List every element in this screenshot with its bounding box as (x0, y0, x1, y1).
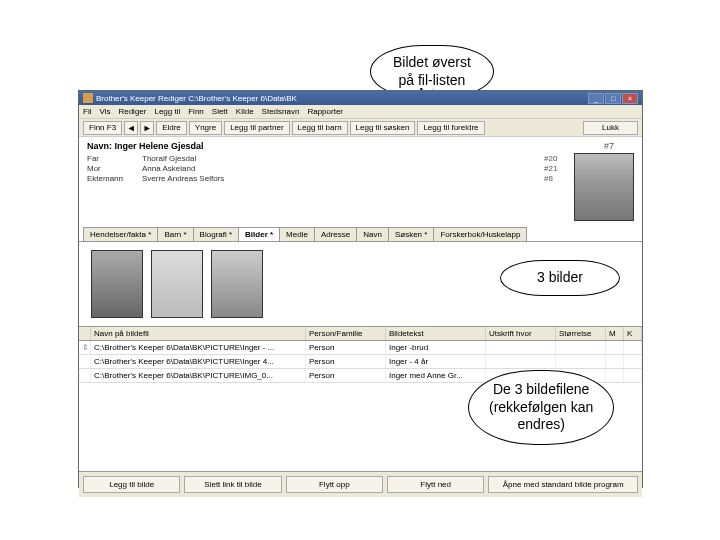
portrait-image[interactable] (574, 153, 634, 221)
find-button[interactable]: Finn F3 (83, 121, 122, 135)
lukk-button[interactable]: Lukk (583, 121, 638, 135)
eldre-button[interactable]: Eldre (156, 121, 187, 135)
thumbnail-3[interactable] (211, 250, 263, 318)
file-table-header: Navn på bildefil Person/Familie Bildetek… (79, 326, 642, 341)
flytt-ned-button[interactable]: Flytt ned (387, 476, 484, 493)
drag-handle-icon[interactable]: ⇕ (79, 341, 91, 354)
file-row-2[interactable]: C:\Brother's Keeper 6\Data\BK\PICTURE\In… (79, 355, 642, 369)
tabs: Hendelser/fakta * Barn * Biografi * Bild… (79, 227, 642, 242)
name-label: Navn: (87, 141, 112, 151)
minimize-button[interactable]: _ (588, 93, 604, 104)
slett-link-button[interactable]: Slett link til bilde (184, 476, 281, 493)
col-navn[interactable]: Navn på bildefil (91, 327, 306, 340)
bottom-toolbar: Legg til bilde Slett link til bilde Flyt… (79, 471, 642, 497)
info-section: Navn: Inger Helene Gjesdal Far Thoralf G… (79, 137, 642, 225)
col-k[interactable]: K (624, 327, 642, 340)
col-m[interactable]: M (606, 327, 624, 340)
menu-finn[interactable]: Finn (188, 107, 204, 116)
col-str[interactable]: Størrelse (556, 327, 606, 340)
menu-rediger[interactable]: Rediger (118, 107, 146, 116)
tab-forskerbok[interactable]: Forskerbok/Huskelapp (433, 227, 527, 241)
file-row-1[interactable]: ⇕ C:\Brother's Keeper 6\Data\BK\PICTURE\… (79, 341, 642, 355)
menu-slett[interactable]: Slett (212, 107, 228, 116)
drag-handle-icon[interactable] (79, 369, 91, 382)
app-icon (83, 93, 93, 103)
legg-partner-button[interactable]: Legg til partner (224, 121, 289, 135)
titlebar-text: Brother's Keeper Rediger C:\Brother's Ke… (96, 94, 588, 103)
col-pf[interactable]: Person/Familie (306, 327, 386, 340)
menu-kilde[interactable]: Kilde (236, 107, 254, 116)
legg-bilde-button[interactable]: Legg til bilde (83, 476, 180, 493)
relation-far: Far Thoralf Gjesdal #20 (87, 154, 574, 163)
person-id: #7 (604, 141, 634, 151)
thumbnail-2[interactable] (151, 250, 203, 318)
tab-sosken[interactable]: Søsken * (388, 227, 434, 241)
tab-medie[interactable]: Medie (279, 227, 315, 241)
tab-biografi[interactable]: Biografi * (193, 227, 239, 241)
menu-vis[interactable]: Vis (99, 107, 110, 116)
legg-sosken-button[interactable]: Legg til søsken (350, 121, 416, 135)
yngre-button[interactable]: Yngre (189, 121, 222, 135)
toolbar: Finn F3 ◄ ► Eldre Yngre Legg til partner… (79, 119, 642, 137)
callout-bottom: De 3 bildefilene(rekkefølgen kanendres) (468, 370, 614, 445)
tab-hendelser[interactable]: Hendelser/fakta * (83, 227, 158, 241)
tab-bilder[interactable]: Bilder * (238, 227, 280, 241)
callout-mid: 3 bilder (500, 260, 620, 296)
prev-button[interactable]: ◄ (124, 121, 138, 135)
relation-mor: Mor Anna Askeland #21 (87, 164, 574, 173)
drag-handle-icon[interactable] (79, 355, 91, 368)
titlebar: Brother's Keeper Rediger C:\Brother's Ke… (79, 91, 642, 105)
menu-stedsnavn[interactable]: Stedsnavn (262, 107, 300, 116)
menu-rapporter[interactable]: Rapporter (307, 107, 343, 116)
name-row: Navn: Inger Helene Gjesdal (87, 141, 574, 151)
col-utskrift[interactable]: Utskrift hvor (486, 327, 556, 340)
apne-button[interactable]: Åpne med standard bilde program (488, 476, 638, 493)
legg-foreldre-button[interactable]: Legg til foreldre (417, 121, 484, 135)
thumbnail-1[interactable] (91, 250, 143, 318)
col-tekst[interactable]: Bildetekst (386, 327, 486, 340)
next-button[interactable]: ► (140, 121, 154, 135)
menu-fil[interactable]: Fil (83, 107, 91, 116)
relation-ektemann: Ektemann Sverre Andreas Selfors #8 (87, 174, 574, 183)
tab-barn[interactable]: Barn * (157, 227, 193, 241)
tab-adresse[interactable]: Adresse (314, 227, 357, 241)
menu-leggtil[interactable]: Legg til (154, 107, 180, 116)
maximize-button[interactable]: □ (605, 93, 621, 104)
person-name: Inger Helene Gjesdal (115, 141, 204, 151)
close-button[interactable]: × (622, 93, 638, 104)
tab-navn[interactable]: Navn (356, 227, 389, 241)
legg-barn-button[interactable]: Legg til barn (292, 121, 348, 135)
menubar: Fil Vis Rediger Legg til Finn Slett Kild… (79, 105, 642, 119)
flytt-opp-button[interactable]: Flytt opp (286, 476, 383, 493)
